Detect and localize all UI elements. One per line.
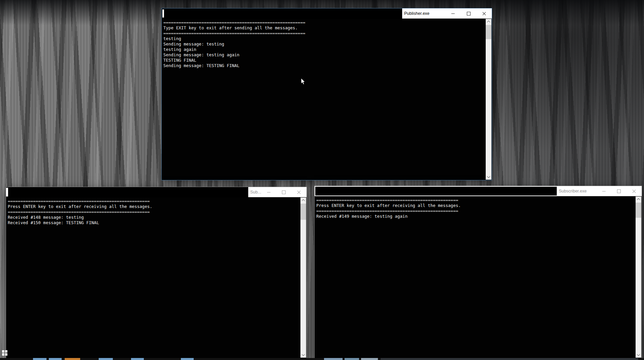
taskbar-item[interactable] <box>65 358 80 360</box>
mouse-cursor <box>301 78 306 85</box>
scrollbar-thumb[interactable] <box>486 25 491 39</box>
window-title: Publisher.exe <box>402 11 445 16</box>
maximize-button[interactable] <box>461 8 476 19</box>
scroll-up-button[interactable] <box>300 198 306 203</box>
chevron-down-icon <box>637 353 640 356</box>
console-line: ========================================… <box>163 31 491 36</box>
maximize-button[interactable] <box>611 186 626 196</box>
cursor-block <box>162 9 164 18</box>
publisher-console-output[interactable]: ========================================… <box>162 19 491 180</box>
maximize-button[interactable] <box>276 187 291 197</box>
console-line: ========================================… <box>163 20 491 25</box>
console-line: Type EXIT key to exit after sending all … <box>163 25 491 31</box>
close-icon <box>632 189 636 193</box>
maximize-icon <box>467 12 471 16</box>
subscriber-right-titlebar[interactable]: Subscriber.exe <box>315 186 642 196</box>
subscriber-right-window: Subscriber.exe =========================… <box>314 186 642 358</box>
titlebar-right-segment: Publisher.exe <box>402 8 492 19</box>
close-icon <box>482 12 486 16</box>
close-icon <box>297 190 301 194</box>
close-button[interactable] <box>476 8 492 19</box>
close-button[interactable] <box>291 187 307 197</box>
console-line: ========================================… <box>8 199 306 204</box>
maximize-icon <box>282 190 286 194</box>
taskbar-item[interactable] <box>361 358 378 360</box>
titlebar-right-segment: Subscriber.exe <box>557 186 642 196</box>
console-line: TESTING FINAL <box>163 58 491 63</box>
console-line: Received #149 message: testing again <box>316 214 641 219</box>
taskbar-item[interactable] <box>324 358 343 360</box>
cursor-block <box>6 188 8 197</box>
console-line: Sending message: TESTING FINAL <box>163 63 491 68</box>
windows-start-icon <box>2 350 4 353</box>
scroll-up-button[interactable] <box>486 19 491 25</box>
console-line: Sending message: testing <box>163 41 491 47</box>
maximize-icon <box>617 189 621 193</box>
titlebar-marked-area <box>315 186 557 196</box>
taskbar-item[interactable] <box>99 358 113 360</box>
chevron-up-icon <box>487 21 490 24</box>
scroll-down-button[interactable] <box>300 352 306 358</box>
taskbar[interactable] <box>0 358 644 360</box>
scrollbar-thumb[interactable] <box>636 203 641 218</box>
taskbar-item[interactable] <box>33 358 46 360</box>
subscriber-left-scrollbar[interactable] <box>300 198 306 358</box>
chevron-down-icon <box>302 353 305 356</box>
taskbar-item[interactable] <box>345 358 359 360</box>
subscriber-left-titlebar[interactable]: Sub... <box>6 187 307 197</box>
taskbar-item[interactable] <box>49 358 62 360</box>
chevron-up-icon <box>302 199 305 203</box>
minimize-icon <box>267 192 270 192</box>
console-line: ========================================… <box>316 208 641 214</box>
taskbar-item[interactable] <box>381 358 638 360</box>
console-line: ========================================… <box>316 198 641 203</box>
publisher-titlebar[interactable]: Publisher.exe <box>162 8 492 19</box>
minimize-icon <box>451 13 455 14</box>
taskbar-item[interactable] <box>131 358 144 360</box>
window-title: Sub... <box>248 190 261 194</box>
chevron-up-icon <box>637 198 640 202</box>
console-line: Received #150 message: TESTING FINAL <box>8 220 306 226</box>
console-line: testing again <box>163 47 491 52</box>
scroll-down-button[interactable] <box>486 174 491 180</box>
taskbar-item[interactable] <box>181 358 194 360</box>
console-line: Press ENTER key to exit after receiving … <box>316 203 641 208</box>
minimize-icon <box>602 191 606 191</box>
console-line: Sending message: testing again <box>163 52 491 58</box>
chevron-down-icon <box>487 175 490 178</box>
minimize-button[interactable] <box>261 187 276 197</box>
publisher-window: Publisher.exe ==========================… <box>161 8 492 180</box>
console-line: ========================================… <box>8 209 306 215</box>
subscriber-right-console-output[interactable]: ========================================… <box>315 197 641 358</box>
close-button[interactable] <box>626 186 642 196</box>
minimize-button[interactable] <box>596 186 611 196</box>
minimize-button[interactable] <box>445 8 461 19</box>
console-line: testing <box>163 36 491 41</box>
scroll-up-button[interactable] <box>636 197 641 202</box>
subscriber-right-scrollbar[interactable] <box>636 197 641 358</box>
titlebar-right-segment: Sub... <box>248 187 307 197</box>
window-title: Subscriber.exe <box>557 189 596 193</box>
console-line: Received #148 message: testing <box>8 215 306 220</box>
scrollbar-thumb[interactable] <box>300 204 306 220</box>
publisher-scrollbar[interactable] <box>486 19 491 180</box>
subscriber-left-console-output[interactable]: ========================================… <box>6 198 306 358</box>
subscriber-left-window: Sub... =================================… <box>6 187 307 358</box>
start-button[interactable] <box>2 350 8 356</box>
scroll-down-button[interactable] <box>636 352 641 358</box>
console-line: Press ENTER key to exit after receiving … <box>8 204 306 209</box>
